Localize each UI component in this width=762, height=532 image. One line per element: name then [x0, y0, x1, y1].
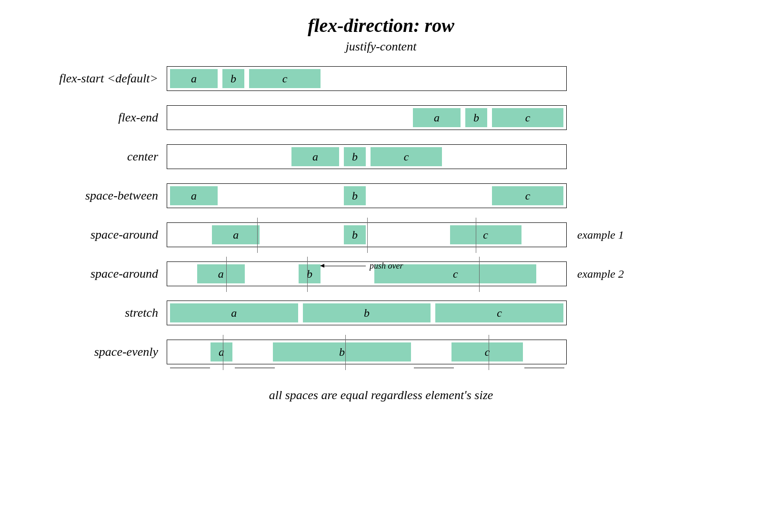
row-flex-start: flex-start <default> a b c [33, 64, 733, 93]
box-a: a [170, 303, 298, 322]
page-title: flex-direction: row [29, 14, 733, 37]
box-c: c [249, 69, 321, 88]
gap-underline [524, 368, 564, 368]
box-c: c [435, 303, 563, 322]
arrow-left-icon [321, 266, 366, 266]
box-a: a [170, 186, 218, 205]
gap-underline [170, 368, 210, 368]
flex-container: a b c push over [167, 261, 567, 286]
row-label: flex-end [33, 110, 167, 125]
box-b: b [344, 147, 366, 166]
row-stretch: stretch a b c [33, 299, 733, 327]
row-label: space-around [33, 228, 167, 242]
row-label: space-around [33, 267, 167, 281]
flex-container: a b c [167, 222, 567, 247]
tick-mark [367, 218, 368, 253]
box-a: a [212, 225, 260, 244]
page-subtitle: justify-content [29, 40, 733, 54]
flex-container: a b c [167, 144, 567, 169]
box-b: b [273, 342, 411, 361]
row-space-around-2: space-around a b c push over example 2 [33, 260, 733, 288]
row-after: example 1 [567, 229, 638, 241]
tick-mark [476, 218, 476, 253]
box-a: a [211, 342, 232, 361]
tick-mark [226, 257, 227, 292]
row-label: stretch [33, 306, 167, 320]
box-b: b [344, 186, 366, 205]
box-b: b [465, 108, 487, 127]
row-label: flex-start <default> [33, 71, 167, 86]
gap-underline [414, 368, 454, 368]
flex-container: a b c [167, 105, 567, 130]
box-b: b [303, 303, 431, 322]
flex-container: a b c [167, 301, 567, 325]
row-label: center [33, 150, 167, 164]
row-space-between: space-between a b c [33, 181, 733, 210]
gap-underline [235, 368, 275, 368]
flex-container: a b c [167, 340, 567, 364]
box-a: a [413, 108, 461, 127]
tick-mark [489, 335, 489, 370]
box-b: b [299, 264, 321, 283]
flex-container: a b c [167, 183, 567, 208]
box-a: a [197, 264, 245, 283]
box-a: a [291, 147, 339, 166]
box-c: c [371, 147, 442, 166]
tick-mark [479, 257, 480, 292]
tick-mark [223, 335, 223, 370]
push-over-label: push over [370, 261, 403, 271]
box-b: b [222, 69, 244, 88]
tick-mark [345, 335, 346, 370]
push-over-annotation: push over [321, 261, 403, 271]
row-label: space-evenly [33, 345, 167, 359]
box-c: c [450, 225, 521, 244]
row-label: space-between [33, 189, 167, 203]
row-after: example 2 [567, 268, 638, 281]
tick-mark [257, 218, 258, 253]
box-c: c [451, 342, 523, 361]
flex-container: a b c [167, 66, 567, 91]
box-b: b [344, 225, 366, 244]
tick-mark [307, 257, 308, 292]
row-flex-end: flex-end a b c [33, 103, 733, 132]
footer-note: all spaces are equal regardless element'… [29, 388, 733, 402]
row-space-around-1: space-around a b c example 1 [33, 221, 733, 249]
box-a: a [170, 69, 218, 88]
row-space-evenly: space-evenly a b c [33, 338, 733, 366]
row-center: center a b c [33, 142, 733, 171]
box-c: c [492, 108, 563, 127]
box-c: c [492, 186, 563, 205]
